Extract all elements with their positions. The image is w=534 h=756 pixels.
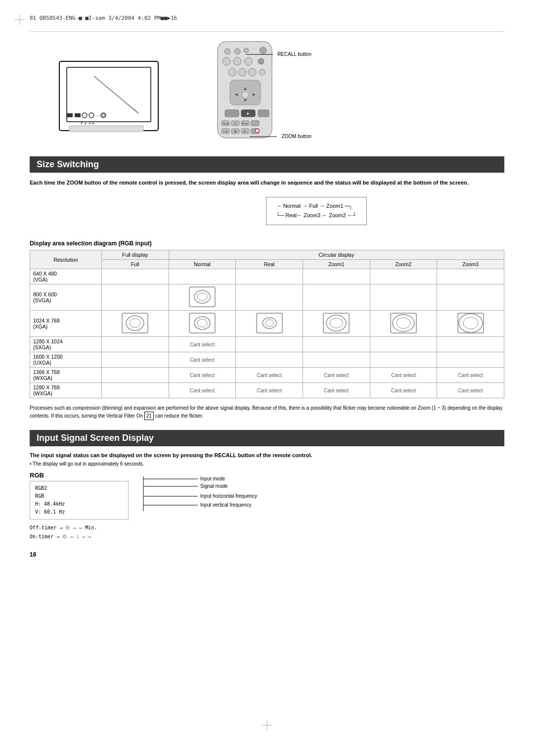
svg-point-19 — [224, 48, 230, 54]
svg-point-28 — [238, 68, 246, 76]
svg-point-55 — [255, 129, 259, 133]
th-normal: Normal — [169, 260, 236, 269]
th-zoom1: Zoom1 — [303, 260, 370, 269]
flow-line1: → Normal → Full → Zoom1 ─┐ — [276, 201, 357, 211]
td-zoom2 — [370, 352, 437, 368]
svg-point-62 — [130, 319, 140, 328]
th-zoom2: Zoom2 — [370, 260, 437, 269]
svg-text:►|: ►| — [243, 130, 248, 134]
svg-point-65 — [197, 319, 207, 327]
svg-text:►: ► — [246, 111, 250, 116]
table-row: 1366 X 768(WXGA) Cant select Cant select… — [30, 368, 504, 383]
td-zoom1 — [303, 311, 370, 337]
td-real — [236, 269, 303, 284]
td-cant-zoom1: Cant select — [303, 368, 370, 383]
td-cant-zoom3: Cant select — [437, 383, 504, 398]
svg-point-8 — [89, 113, 94, 118]
svg-rect-47 — [251, 121, 259, 126]
page-number: 16 — [30, 551, 504, 558]
signal-lines: Input mode Signal mode Input horizontal … — [138, 472, 297, 532]
svg-text:◄◄: ◄◄ — [222, 122, 229, 125]
th-circular: Circular display — [169, 250, 504, 260]
svg-point-12 — [102, 114, 105, 117]
svg-text:Input vertical frequency: Input vertical frequency — [200, 502, 251, 508]
flow-line2: └─ Real← Zoom3 ← Zoom2 ←┘ — [276, 211, 357, 221]
td-real — [236, 284, 303, 311]
td-zoom3 — [437, 337, 504, 352]
zoom-flow: → Normal → Full → Zoom1 ─┐ └─ Real← Zoom… — [266, 197, 367, 226]
td-zoom2 — [370, 337, 437, 352]
svg-point-36 — [242, 92, 248, 98]
remote-diagram: RECALL button — [188, 37, 307, 146]
footnote: Processes such as compression (thinning)… — [30, 404, 504, 420]
svg-rect-6 — [75, 113, 81, 117]
svg-text:▲: ▲ — [243, 86, 248, 91]
svg-rect-0 — [59, 61, 158, 131]
svg-rect-72 — [391, 313, 416, 333]
td-zoom1 — [303, 284, 370, 311]
td-real — [236, 352, 303, 368]
svg-text:Input horizontal frequency: Input horizontal frequency — [200, 493, 257, 499]
screen-line-2: RGB — [35, 492, 123, 500]
svg-point-68 — [266, 320, 273, 327]
td-cant-normal: Cant select — [169, 352, 236, 368]
svg-point-26 — [258, 58, 264, 64]
header-text: 01 QR58543-ENG-■ ■I-sam 3/4/2004 4:02 PM… — [30, 15, 504, 21]
td-normal — [169, 311, 236, 337]
th-resolution: Resolution — [30, 250, 102, 269]
svg-point-58 — [194, 290, 210, 303]
size-switching-section: Size Switching Each time the ZOOM button… — [30, 156, 504, 420]
svg-rect-37 — [225, 110, 239, 117]
svg-text:▼: ▼ — [243, 97, 248, 103]
td-resolution: 1280 X 768(WXGA) — [30, 383, 102, 398]
display-icon-zoom3 — [457, 312, 485, 335]
td-zoom3 — [437, 311, 504, 337]
th-zoom3: Zoom3 — [437, 260, 504, 269]
svg-point-70 — [326, 315, 346, 331]
svg-point-67 — [263, 318, 276, 329]
recall-button-label: RECALL button — [246, 51, 312, 57]
td-cant-real: Cant select — [236, 368, 303, 383]
td-full — [101, 337, 169, 352]
svg-text:◄: ◄ — [234, 92, 239, 97]
svg-rect-2 — [69, 126, 143, 132]
table-row: 1280 X 768(WXGA) Cant select Cant select… — [30, 383, 504, 398]
svg-text:+: + — [97, 114, 99, 117]
input-signal-section: Input Signal Screen Display The input si… — [30, 430, 504, 541]
td-resolution: 1024 X 768(XGA) — [30, 311, 102, 337]
svg-text:▲: ▲ — [84, 122, 87, 125]
page: 01 QR58543-ENG-■ ■I-sam 3/4/2004 4:02 PM… — [0, 0, 534, 756]
svg-point-24 — [233, 57, 241, 65]
svg-text:◄: ◄ — [88, 122, 91, 125]
td-full — [101, 269, 169, 284]
svg-text:Input mode: Input mode — [200, 476, 225, 481]
display-icon-normal — [188, 312, 216, 335]
signal-diagram: RGB RGB2 RGB H: 48.4kHz V: 60.1 Hz Off-t… — [30, 472, 504, 541]
svg-text:►►: ►► — [242, 122, 249, 125]
display-icon-normal — [188, 286, 216, 309]
svg-point-7 — [82, 113, 87, 118]
input-signal-desc: The input signal status can be displayed… — [30, 452, 504, 458]
input-signal-heading: Input Signal Screen Display — [30, 430, 504, 446]
display-icon-zoom2 — [390, 312, 417, 335]
svg-point-59 — [197, 293, 207, 301]
td-normal — [169, 284, 236, 311]
bottom-crosshair — [262, 720, 272, 730]
svg-text:▼: ▼ — [80, 122, 83, 125]
display-table: Resolution Full display Circular display… — [30, 250, 504, 398]
svg-rect-69 — [323, 313, 349, 333]
subsection-title: Display area selection diagram (RGB inpu… — [30, 240, 504, 247]
signal-left: RGB RGB2 RGB H: 48.4kHz V: 60.1 Hz Off-t… — [30, 472, 138, 541]
svg-point-61 — [126, 316, 144, 331]
td-normal — [169, 269, 236, 284]
footnote-num: 21 — [144, 412, 154, 420]
svg-point-23 — [222, 57, 230, 65]
svg-point-76 — [459, 314, 483, 332]
td-full — [101, 383, 169, 398]
svg-point-73 — [393, 315, 414, 331]
input-signal-bullet: • The display will go out in approximate… — [30, 461, 504, 467]
svg-point-30 — [259, 69, 265, 75]
svg-text:–: – — [95, 114, 97, 117]
td-full — [101, 368, 169, 383]
td-zoom2 — [370, 311, 437, 337]
